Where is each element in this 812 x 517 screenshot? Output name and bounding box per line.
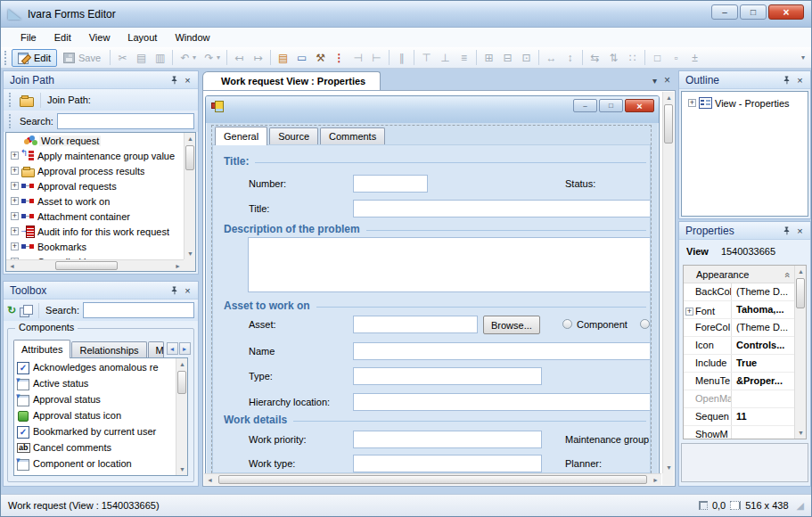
list-item[interactable]: Bookmarked by current user [14,423,176,439]
location-radio[interactable] [640,319,650,329]
minimize-button[interactable]: – [711,4,738,20]
tab-scroll-left-icon[interactable]: ◂ [167,342,178,355]
description-field[interactable] [248,237,651,292]
ruler-icon[interactable]: ▭ [292,49,311,67]
number-field[interactable] [353,175,428,193]
priority-field[interactable] [353,431,542,448]
make-same-size-icon[interactable]: ⊡ [517,49,536,67]
vert-spacing-icon[interactable]: ↕ [561,49,579,67]
property-row[interactable]: Icon Controls... [684,337,806,355]
resize-grip[interactable]: ◢ [797,500,804,512]
category-row[interactable]: Appearance « [684,266,806,283]
component-radio[interactable] [562,319,572,329]
scroll-down-icon[interactable]: ▼ [663,462,675,473]
hierarchy-field[interactable] [353,393,651,411]
scroll-up-icon[interactable]: ▲ [795,266,807,277]
size-to-grid-icon[interactable]: ⊞ [480,49,498,67]
expand-icon[interactable]: + [11,212,19,220]
menu-edit[interactable]: Edit [45,29,80,45]
collapse-icon[interactable]: « [782,272,792,276]
order-icon[interactable]: ± [685,49,704,67]
property-row[interactable]: OpenMa [684,390,806,408]
align-middle-icon[interactable]: ≡ [455,49,473,67]
horiz-spacing-icon[interactable]: ↔ [542,49,561,67]
close-icon[interactable]: × [793,224,807,237]
folder-icon[interactable] [20,94,34,106]
redo-dropdown-icon[interactable]: ▾ [213,49,224,67]
menu-window[interactable]: Window [166,29,218,45]
align-right-icon[interactable]: ⊢ [367,49,386,67]
vertical-scrollbar[interactable]: ▲ ▼ [662,92,674,473]
list-item[interactable]: Created on [14,472,176,475]
close-button[interactable]: × [625,99,654,112]
scroll-left-icon[interactable]: ◄ [6,260,18,272]
scroll-thumb[interactable] [55,261,118,270]
make-same-height-icon[interactable]: ⊟ [498,49,517,67]
list-item[interactable]: Acknowledges anomalous re [14,359,176,375]
scroll-thumb[interactable] [218,475,647,484]
minimize-button[interactable]: – [573,99,597,112]
property-row[interactable]: MenuTe &Proper... [684,373,806,390]
align-bottom-icon[interactable]: ⊥ [436,49,455,67]
worktype-field[interactable] [353,455,542,472]
expand-icon[interactable]: + [11,197,19,205]
toolbar-grip[interactable] [9,114,13,128]
tree-item[interactable]: + Apply maintenance group value [6,148,184,163]
tab-attributes[interactable]: Attributes [13,340,70,358]
make-same-width-icon[interactable]: ∥ [392,49,411,67]
increase-spacing-icon[interactable]: ⇆ [586,49,604,67]
align-left-icon[interactable]: ⊣ [349,49,367,67]
scroll-up-icon[interactable]: ▲ [185,133,196,144]
scroll-left-icon[interactable]: ◄ [204,474,216,486]
expand-icon[interactable]: + [688,99,696,107]
menu-file[interactable]: File [12,29,45,45]
scroll-down-icon[interactable]: ▼ [185,248,196,259]
toolbar-overflow-button[interactable]: ▾ [797,49,809,67]
scroll-thumb[interactable] [796,278,805,308]
expand-icon[interactable]: + [11,182,19,190]
maximize-button[interactable]: □ [599,99,623,112]
remove-spacing-icon[interactable]: ∷ [623,49,642,67]
close-button[interactable]: × [768,4,804,20]
close-icon[interactable]: × [181,283,194,297]
menu-layout[interactable]: Layout [119,29,166,45]
tab-source[interactable]: Source [269,127,318,144]
property-row[interactable]: ForeCol (Theme D... [684,319,806,337]
tab-prev-icon[interactable]: ↤ [230,49,249,67]
tree-item[interactable]: + View - Properties [684,95,806,111]
decrease-spacing-icon[interactable]: ⇅ [604,49,623,67]
scroll-thumb[interactable] [664,104,673,144]
pin-icon[interactable] [780,73,793,86]
edit-button[interactable]: Edit [12,49,57,67]
property-editor-icon[interactable]: ▤ [274,49,292,67]
property-row[interactable]: Include True [684,355,806,373]
name-field[interactable] [353,342,651,360]
asset-field[interactable] [353,316,478,333]
cut-icon[interactable]: ✂ [113,49,132,67]
type-field[interactable] [353,367,542,385]
close-icon[interactable]: × [793,73,807,86]
align-top-icon[interactable]: ⊤ [417,49,436,67]
close-document-icon[interactable]: × [664,74,670,86]
refresh-icon[interactable]: ↻ [7,304,16,316]
tree-item[interactable]: + Approval process results [6,163,184,178]
tab-methods[interactable]: Met [148,341,164,357]
paste-icon[interactable]: ▥ [151,49,169,67]
scroll-thumb[interactable] [177,371,186,394]
expand-icon[interactable]: + [11,152,19,160]
menu-view[interactable]: View [80,29,119,45]
toolbox-search-input[interactable] [83,302,194,318]
scroll-right-icon[interactable]: ► [172,260,184,272]
vertical-scrollbar[interactable]: ▲ ▼ [794,266,806,439]
tab-next-icon[interactable]: ↦ [249,49,267,67]
list-item[interactable]: Approval status icon [14,407,176,423]
close-icon[interactable]: × [181,73,194,86]
property-row[interactable]: +Font Tahoma,... [684,301,806,319]
designed-form[interactable]: – □ × General Source Comments Title: [205,95,660,475]
toolbar-grip[interactable] [9,93,13,107]
property-row[interactable]: BackCol (Theme D... [684,283,806,301]
list-item[interactable]: Approval status [14,391,176,407]
tree-item[interactable]: + Bookmarks [6,239,184,254]
list-item[interactable]: Cancel comments [14,439,176,455]
horizontal-scrollbar[interactable]: ◄ ► [6,259,184,271]
